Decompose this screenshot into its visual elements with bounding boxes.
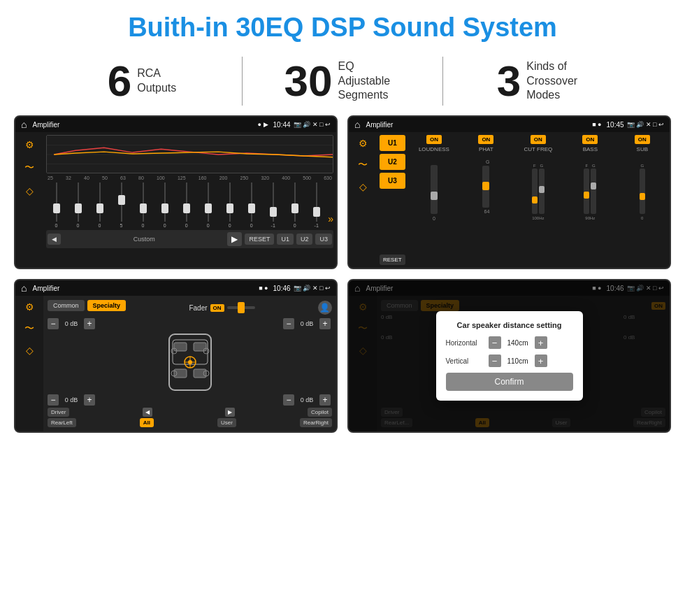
fader-copilot-btn[interactable]: Copilot xyxy=(308,408,332,417)
crossover-sidebar-icon-3[interactable]: ◇ xyxy=(359,181,367,192)
eq-track-4 xyxy=(121,182,122,222)
crossover-home-icon[interactable]: ⌂ xyxy=(354,119,360,130)
crossover-time: 10:45 xyxy=(607,121,624,129)
vol-left-front-plus[interactable]: + xyxy=(84,318,95,329)
fader-h-thumb[interactable] xyxy=(238,302,245,313)
eq-thumb-4[interactable] xyxy=(118,195,125,205)
crossover-sidebar-icon-2[interactable]: 〜 xyxy=(358,159,368,171)
ch-loudness-val: 0 xyxy=(433,216,435,221)
fader-sidebar-icon-2[interactable]: 〜 xyxy=(24,322,34,335)
ch-bass-toggle[interactable]: ON xyxy=(582,135,598,144)
dialog-horizontal-label: Horizontal xyxy=(446,339,484,347)
fader-rearright-btn[interactable]: RearRight xyxy=(300,418,332,427)
eq-slider-12: 0 xyxy=(284,182,305,228)
fader-all-btn[interactable]: All xyxy=(140,418,154,427)
ch-loudness-toggle[interactable]: ON xyxy=(426,135,442,144)
u3-btn[interactable]: U3 xyxy=(380,173,405,189)
vol-left-front-minus[interactable]: − xyxy=(48,318,59,329)
ch-sub-thumb[interactable] xyxy=(640,193,645,200)
eq-thumb-12[interactable] xyxy=(291,203,298,213)
eq-u2-btn[interactable]: U2 xyxy=(296,234,313,245)
vol-left-rear-plus[interactable]: + xyxy=(84,394,95,406)
eq-thumb-9[interactable] xyxy=(226,203,233,213)
eq-thumb-5[interactable] xyxy=(140,203,147,213)
eq-val-3: 0 xyxy=(99,223,101,228)
eq-reset-btn[interactable]: RESET xyxy=(245,234,274,245)
fader-status-icons: 📷 🔊 ✕ □ ↩ xyxy=(294,285,331,292)
ch-cutfreq: ON CUT FREQ F G xyxy=(514,135,563,265)
eq-prev-btn[interactable]: ◀ xyxy=(48,234,61,245)
vol-right-rear-plus[interactable]: + xyxy=(319,394,331,406)
ch-sub-toggle[interactable]: ON xyxy=(635,135,650,144)
eq-sidebar-icon-3[interactable]: ◇ xyxy=(26,185,34,196)
fader-top-row: Common Specialty Fader ON 👤 xyxy=(48,300,332,315)
eq-play-btn[interactable]: ▶ xyxy=(227,232,242,246)
eq-sidebar-icon-1[interactable]: ⚙ xyxy=(25,139,34,150)
eq-thumb-8[interactable] xyxy=(205,203,212,213)
eq-track-11 xyxy=(273,182,274,222)
eq-sidebar-icon-2[interactable]: 〜 xyxy=(24,162,34,174)
confirm-button[interactable]: Confirm xyxy=(446,373,573,391)
vol-right-rear-minus[interactable]: − xyxy=(283,394,294,406)
eq-thumb-13[interactable] xyxy=(313,207,320,217)
crossover-reset-btn[interactable]: RESET xyxy=(380,255,405,265)
eq-slider-9: 0 xyxy=(219,182,240,228)
ch-bass-sliders: F G xyxy=(584,155,596,214)
tab-common[interactable]: Common xyxy=(48,300,85,311)
ch-phat-thumb[interactable] xyxy=(482,182,489,190)
fader-right-arrow[interactable]: ▶ xyxy=(225,408,235,417)
eq-thumb-7[interactable] xyxy=(183,203,190,213)
stats-row: 6 RCAOutputs 30 EQ AdjustableSegments 3 … xyxy=(0,51,685,115)
vol-right-front-plus[interactable]: + xyxy=(319,318,331,329)
dialog-horizontal-minus[interactable]: − xyxy=(489,336,501,349)
vol-right-front: − 0 dB + xyxy=(283,318,332,329)
eq-thumb-10[interactable] xyxy=(248,203,255,213)
dialog-vertical-minus[interactable]: − xyxy=(489,354,501,367)
eq-thumb-11[interactable] xyxy=(270,207,277,217)
fader-home-icon[interactable]: ⌂ xyxy=(21,282,27,294)
fader-left-arrow[interactable]: ◀ xyxy=(143,408,152,417)
ch-bass-thumb-f[interactable] xyxy=(584,192,589,199)
fader-sidebar-icon-1[interactable]: ⚙ xyxy=(25,301,34,313)
eq-home-icon[interactable]: ⌂ xyxy=(21,119,27,130)
ch-cutfreq-toggle[interactable]: ON xyxy=(531,135,546,144)
eq-freq-labels: 25 32 40 50 63 80 100 125 160 200 250 32… xyxy=(46,176,333,180)
dialog-vertical-plus[interactable]: + xyxy=(535,354,547,367)
eq-controls: ◀ Custom ▶ RESET U1 U2 U3 xyxy=(46,230,333,248)
ch-cutfreq-thumb-f[interactable] xyxy=(532,196,538,203)
fader-sidebar: ⚙ 〜 ◇ xyxy=(15,296,43,431)
eq-thumb-1[interactable] xyxy=(53,203,60,213)
u2-btn[interactable]: U2 xyxy=(380,154,405,170)
ch-loudness-thumb[interactable] xyxy=(431,192,438,200)
fader-driver-btn[interactable]: Driver xyxy=(48,408,69,417)
tab-specialty[interactable]: Specialty xyxy=(87,300,127,311)
eq-u3-btn[interactable]: U3 xyxy=(315,234,332,245)
ch-cutfreq-thumb-g[interactable] xyxy=(539,186,545,193)
crossover-main-area: U1 U2 U3 RESET ON LOUDNESS xyxy=(377,132,670,268)
eq-u1-btn[interactable]: U1 xyxy=(277,234,294,245)
fader-on-badge: ON xyxy=(210,304,224,312)
right-col: − 0 dB + − 0 dB + xyxy=(283,318,332,406)
fader-sidebar-icon-3[interactable]: ◇ xyxy=(26,345,34,356)
dialog-vertical-value: 110cm xyxy=(505,357,531,365)
freq-80: 80 xyxy=(138,176,144,180)
ch-loudness-sliders xyxy=(431,155,438,214)
expand-icon[interactable]: » xyxy=(328,213,333,224)
vol-right-front-minus[interactable]: − xyxy=(283,318,294,329)
dialog-horizontal-plus[interactable]: + xyxy=(535,336,547,349)
u1-btn[interactable]: U1 xyxy=(380,135,405,151)
eq-thumb-3[interactable] xyxy=(96,203,103,213)
ch-bass-thumb-g[interactable] xyxy=(591,182,596,189)
vol-right-front-val: 0 dB xyxy=(296,320,317,327)
crossover-channels: ON LOUDNESS 0 ON PHAT xyxy=(410,135,667,265)
fader-rearleft-btn[interactable]: RearLeft xyxy=(48,418,76,427)
vol-left-rear-minus[interactable]: − xyxy=(48,394,59,406)
stat-eq-label: EQ AdjustableSegments xyxy=(338,59,401,103)
ch-phat-toggle[interactable]: ON xyxy=(478,135,493,144)
eq-val-6: 0 xyxy=(164,223,166,228)
eq-thumb-2[interactable] xyxy=(75,203,82,213)
crossover-sidebar-icon-1[interactable]: ⚙ xyxy=(359,138,368,149)
fader-user-btn[interactable]: User xyxy=(217,418,236,427)
eq-thumb-6[interactable] xyxy=(161,203,168,213)
eq-val-12: 0 xyxy=(294,223,296,228)
